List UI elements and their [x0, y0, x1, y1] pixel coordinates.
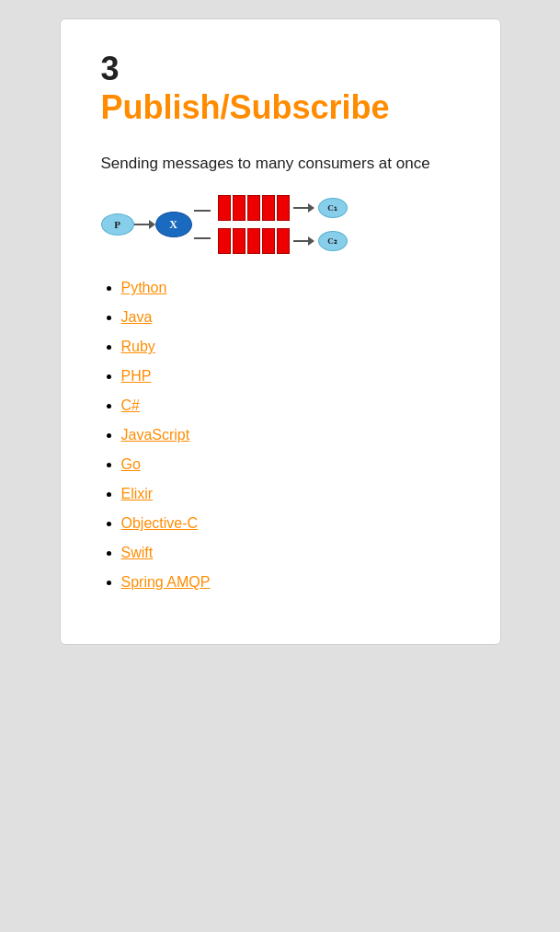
list-item: C# — [121, 397, 460, 414]
queue-consumer-row-1: C₁ — [218, 195, 348, 221]
language-link[interactable]: Ruby — [121, 339, 155, 354]
node-p: P — [101, 213, 134, 236]
list-item: Swift — [121, 545, 460, 561]
arrow-queue2-to-c2 — [293, 240, 308, 242]
arrowhead-p-to-x — [149, 220, 155, 229]
list-item: JavaScript — [121, 427, 460, 443]
list-item: PHP — [121, 368, 460, 385]
queue-cell — [262, 228, 275, 254]
list-item: Python — [121, 280, 460, 296]
language-links-list: PythonJavaRubyPHPC#JavaScriptGoElixirObj… — [101, 280, 460, 591]
queue-cell — [233, 195, 246, 221]
queue-consumer-row-2: C₂ — [218, 228, 348, 254]
queue-block-2 — [218, 228, 290, 254]
queue-cell — [218, 228, 231, 254]
fork-bottom-line — [194, 237, 211, 239]
language-link[interactable]: PHP — [121, 368, 152, 384]
queue-cell — [247, 195, 260, 221]
arrow-queue1-to-c1 — [293, 207, 308, 209]
language-link[interactable]: Elixir — [121, 486, 154, 501]
list-item: Ruby — [121, 339, 460, 355]
list-item: Objective-C — [121, 515, 460, 532]
list-item: Java — [121, 309, 460, 326]
chapter-number: 3 — [101, 52, 460, 86]
fork-top-line — [194, 210, 211, 212]
queue-cell — [218, 195, 231, 221]
node-x: X — [155, 212, 192, 237]
queue-cell — [233, 228, 246, 254]
language-link[interactable]: Objective-C — [121, 515, 199, 531]
description: Sending messages to many consumers at on… — [101, 152, 460, 176]
language-link[interactable]: Spring AMQP — [121, 574, 211, 590]
language-link[interactable]: Go — [121, 456, 141, 472]
arrowhead-q1-c1 — [308, 203, 314, 213]
list-item: Go — [121, 456, 460, 473]
language-link[interactable]: Java — [121, 309, 153, 325]
arrow-p-to-x — [134, 224, 149, 225]
queue-cell — [277, 195, 290, 221]
arrowhead-q2-c2 — [308, 236, 314, 246]
queue-cell — [247, 228, 260, 254]
queue-cell — [262, 195, 275, 221]
node-c2: C₂ — [318, 231, 348, 251]
main-card: 3 Publish/Subscribe Sending messages to … — [60, 18, 501, 645]
language-link[interactable]: C# — [121, 397, 140, 413]
diagram: P X — [101, 195, 460, 254]
queue-block-1 — [218, 195, 290, 221]
language-link[interactable]: Python — [121, 280, 167, 295]
queues-and-consumers: C₁ C₂ — [218, 195, 348, 254]
language-link[interactable]: JavaScript — [121, 427, 190, 443]
list-item: Spring AMQP — [121, 574, 460, 591]
chapter-title: Publish/Subscribe — [101, 89, 460, 126]
language-link[interactable]: Swift — [121, 545, 154, 560]
list-item: Elixir — [121, 486, 460, 502]
queue-cell — [277, 228, 290, 254]
node-c1: C₁ — [318, 198, 348, 218]
